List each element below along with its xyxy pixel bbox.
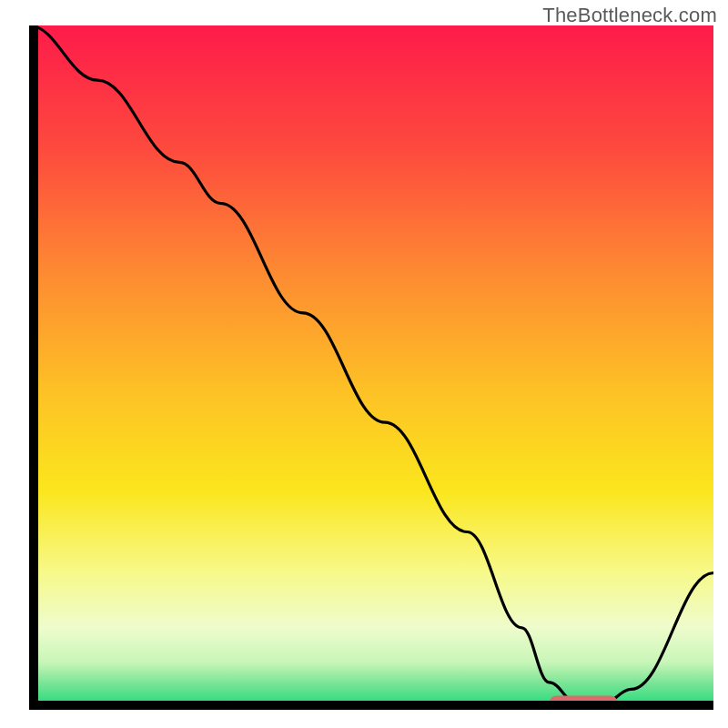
chart-svg <box>29 25 713 710</box>
y-axis <box>29 25 38 710</box>
plot-area <box>29 25 713 710</box>
gradient-background <box>29 25 713 710</box>
chart-container: TheBottleneck.com <box>0 0 728 728</box>
watermark-text: TheBottleneck.com <box>542 4 717 27</box>
x-axis <box>29 701 713 710</box>
